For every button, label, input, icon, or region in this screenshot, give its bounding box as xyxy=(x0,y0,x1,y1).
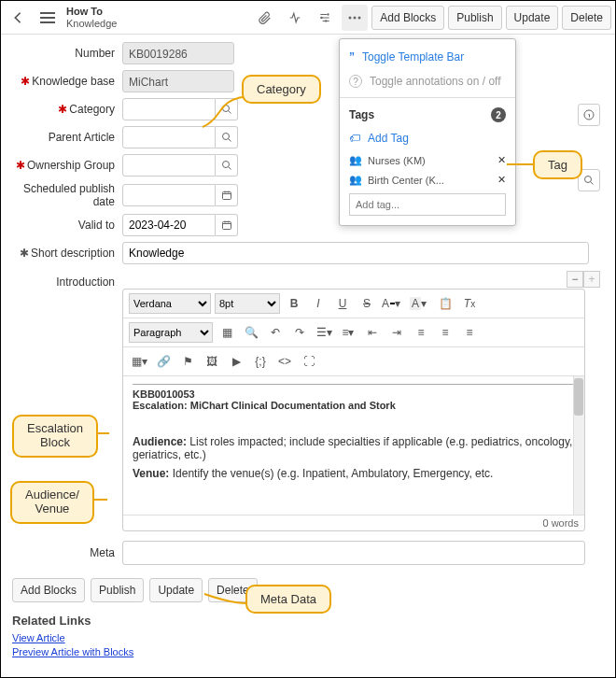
redo-button[interactable]: ↷ xyxy=(289,322,310,343)
update-button-bottom[interactable]: Update xyxy=(149,578,203,602)
add-tag-input[interactable] xyxy=(349,193,506,216)
editor-body[interactable]: KBB0010053 Escalation: MiChart Clinical … xyxy=(123,376,584,515)
clear-format-button[interactable]: Tx xyxy=(459,293,480,314)
source-button[interactable]: <> xyxy=(274,351,295,372)
remove-tag2[interactable]: ✕ xyxy=(497,174,506,186)
ol-button[interactable]: ≡▾ xyxy=(338,322,358,343)
table-button-2[interactable]: ▦▾ xyxy=(129,351,149,372)
callout-category: Category xyxy=(242,75,321,104)
word-count: 0 words xyxy=(123,515,584,530)
kb-value: MiChart xyxy=(122,70,234,92)
bold-button[interactable]: B xyxy=(284,293,304,314)
sched-input[interactable] xyxy=(122,184,216,206)
font-select[interactable]: Verdana xyxy=(129,293,211,314)
valid-date-picker[interactable] xyxy=(216,214,238,236)
fullscreen-button[interactable]: ⛶ xyxy=(299,351,319,372)
attachment-icon[interactable] xyxy=(252,5,278,31)
italic-button[interactable]: I xyxy=(308,293,329,314)
embed-button[interactable]: {;} xyxy=(250,351,271,372)
publish-button-bottom[interactable]: Publish xyxy=(91,578,144,602)
preview-article-link[interactable]: Preview Article with Blocks xyxy=(12,645,604,659)
indent-button[interactable]: ⇥ xyxy=(386,322,407,343)
toggle-annotations[interactable]: ? Toggle annotations on / off xyxy=(340,69,515,93)
add-blocks-button-bottom[interactable]: Add Blocks xyxy=(12,578,85,602)
para-select[interactable]: Paragraph xyxy=(129,322,213,343)
info-icon[interactable] xyxy=(578,104,600,126)
activity-icon[interactable] xyxy=(282,5,308,31)
link-button[interactable]: 🔗 xyxy=(153,351,174,372)
align-center-button[interactable]: ≡ xyxy=(435,322,455,343)
svg-point-0 xyxy=(328,13,329,15)
venue-line: Venue: Identify the venue(s) (e.g. Inpat… xyxy=(133,467,575,480)
tags-header: Tags xyxy=(349,108,374,121)
kbb-id: KBB0010053 xyxy=(133,388,575,400)
find-button[interactable]: 🔍 xyxy=(241,322,261,343)
undo-button[interactable]: ↶ xyxy=(265,322,286,343)
quote-icon: ” xyxy=(349,50,355,64)
people-icon: 👥 xyxy=(349,174,362,186)
breadcrumb: How To Knowledge xyxy=(64,6,117,28)
number-value: KB0019286 xyxy=(122,42,234,64)
settings-sliders-icon[interactable] xyxy=(312,5,338,31)
escalation-title: Escalation: MiChart Clinical Documentati… xyxy=(133,400,575,411)
toggle-template-bar[interactable]: ” Toggle Template Bar xyxy=(340,45,515,69)
svg-point-1 xyxy=(321,16,323,18)
bgcolor-button[interactable]: A▾ xyxy=(405,293,431,314)
menu-button[interactable] xyxy=(35,5,61,31)
tag1-text: Nurses (KM) xyxy=(368,155,426,166)
back-button[interactable] xyxy=(5,5,31,31)
meta-input[interactable] xyxy=(122,541,585,565)
tag-row: 👥Nurses (KM) ✕ xyxy=(340,150,515,170)
ul-button[interactable]: ☰▾ xyxy=(314,322,334,343)
remove-tag1[interactable]: ✕ xyxy=(497,154,506,166)
intro-editor[interactable]: Verdana 8pt B I U S A▾ A▾ 📋 Tx Paragraph… xyxy=(122,289,585,531)
meta-label: Meta xyxy=(10,546,122,559)
crumb-line1: How To xyxy=(66,6,117,17)
paste-button[interactable]: 📋 xyxy=(435,293,455,314)
owner-lookup[interactable] xyxy=(216,154,238,177)
parent-lookup[interactable] xyxy=(216,126,238,148)
related-header: Related Links xyxy=(12,614,604,628)
tag-icon: 🏷 xyxy=(349,132,360,145)
parent-input[interactable] xyxy=(122,126,216,148)
valid-input[interactable] xyxy=(122,214,216,236)
view-article-link[interactable]: View Article xyxy=(12,631,604,645)
svg-point-10 xyxy=(222,162,229,168)
sched-date-picker[interactable] xyxy=(216,184,238,206)
expand-button[interactable]: + xyxy=(583,271,600,288)
size-select[interactable]: 8pt xyxy=(215,293,280,314)
owner-input[interactable] xyxy=(122,154,216,177)
collapse-button[interactable]: − xyxy=(567,271,583,288)
anchor-button[interactable]: ⚑ xyxy=(177,351,198,372)
add-blocks-button[interactable]: Add Blocks xyxy=(371,6,444,30)
crumb-line2: Knowledge xyxy=(66,18,117,29)
sched-label: Scheduled publish date xyxy=(10,182,122,208)
textcolor-button[interactable]: A▾ xyxy=(381,293,401,314)
svg-point-9 xyxy=(222,134,229,140)
update-button[interactable]: Update xyxy=(506,6,559,30)
callout-audience: Audience/ Venue xyxy=(10,481,94,524)
svg-point-3 xyxy=(349,16,352,19)
callout-tag: Tag xyxy=(533,150,582,179)
underline-button[interactable]: U xyxy=(332,293,353,314)
tag-row: 👥Birth Center (K... ✕ xyxy=(340,170,515,190)
svg-point-7 xyxy=(585,177,592,183)
more-icon[interactable] xyxy=(342,5,368,31)
parent-label: Parent Article xyxy=(10,131,122,144)
align-left-button[interactable]: ≡ xyxy=(411,322,431,343)
align-right-button[interactable]: ≡ xyxy=(459,322,480,343)
editor-scrollbar[interactable] xyxy=(573,376,584,515)
publish-button[interactable]: Publish xyxy=(448,6,501,30)
add-tag-link[interactable]: 🏷 Add Tag xyxy=(340,126,515,150)
video-button[interactable]: ▶ xyxy=(226,351,246,372)
delete-button[interactable]: Delete xyxy=(562,6,611,30)
owner-label: ✱Ownership Group xyxy=(10,159,122,172)
people-icon: 👥 xyxy=(349,154,362,166)
outdent-button[interactable]: ⇤ xyxy=(362,322,383,343)
table-button[interactable]: ▦ xyxy=(217,322,237,343)
image-button[interactable]: 🖼 xyxy=(202,351,222,372)
short-desc-input[interactable] xyxy=(122,242,589,264)
strike-button[interactable]: S xyxy=(357,293,377,314)
tag2-text: Birth Center (K... xyxy=(368,175,444,186)
tags-count-badge: 2 xyxy=(491,107,506,122)
